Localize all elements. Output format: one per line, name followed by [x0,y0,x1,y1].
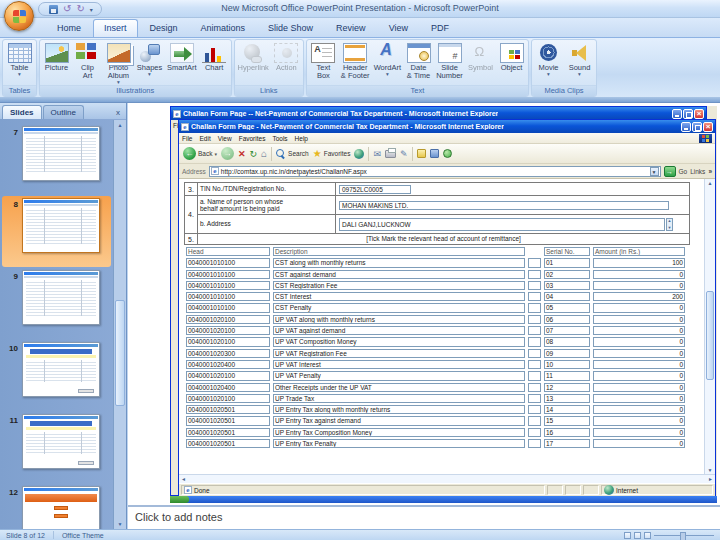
forward-button[interactable]: → [221,147,234,160]
restore-button[interactable] [683,109,693,119]
amount-input[interactable]: 0 [593,383,685,392]
tick-input[interactable] [528,258,541,267]
tin-input[interactable]: 09752LC0005 [339,185,411,194]
go-button[interactable]: → [664,166,676,177]
tick-input[interactable] [528,281,541,290]
stop-button[interactable]: ✕ [238,149,246,159]
head-code-input[interactable]: 0040001020501 [186,439,270,448]
serial-input[interactable]: 01 [544,258,590,267]
head-code-input[interactable]: 0040001020400 [186,383,270,392]
description-input[interactable]: UP VAT Penalty [273,371,525,380]
description-input[interactable]: CST Registration Fee [273,281,525,290]
messenger-button[interactable] [430,149,439,158]
links-label[interactable]: Links [690,168,705,175]
slide-thumbnail-item[interactable]: 9 [2,268,111,339]
tick-input[interactable] [528,416,541,425]
textarea-scrollbar[interactable]: ▲▼ [666,218,673,231]
serial-input[interactable]: 08 [544,337,590,346]
undo-icon[interactable]: ↺ [63,4,71,14]
serial-input[interactable]: 10 [544,360,590,369]
slide-canvas[interactable]: e Challan Form Page -- Net-Payment of Co… [128,103,720,505]
refresh-button[interactable]: ↻ [250,149,258,159]
edit-button[interactable]: ✎ [400,149,408,159]
pane-tab-slides[interactable]: Slides [2,105,42,119]
movie-button[interactable]: Movie▾ [533,41,564,77]
header-footer-button[interactable]: Header & Footer [339,41,372,80]
address-textarea[interactable]: DALI GANJ,LUCKNOW [339,218,665,231]
description-input[interactable]: UP VAT along with monthly returns [273,315,525,324]
description-input[interactable]: UP Entry Tax against demand [273,416,525,425]
wordart-button[interactable]: WordArt▾ [372,41,403,77]
description-input[interactable]: UP VAT against demand [273,326,525,335]
links-chevron-icon[interactable]: » [708,168,712,175]
back-button[interactable]: ← Back ▾ [183,147,217,160]
head-code-input[interactable]: 0040001010100 [186,258,270,267]
clip-art-button[interactable]: Clip Art [72,41,103,80]
serial-input[interactable]: 11 [544,371,590,380]
serial-input[interactable]: 05 [544,303,590,312]
head-code-input[interactable]: 0040001020300 [186,349,270,358]
head-code-input[interactable]: 0040001020100 [186,394,270,403]
tick-input[interactable] [528,292,541,301]
restore-button[interactable] [692,122,702,132]
shapes-button[interactable]: Shapes▾ [134,41,165,77]
amount-input[interactable]: 200 [593,292,685,301]
tick-input[interactable] [528,371,541,380]
tab-design[interactable]: Design [139,19,189,37]
description-input[interactable]: CST along with monthly returns [273,258,525,267]
serial-input[interactable]: 07 [544,326,590,335]
slide-thumbnail-item[interactable]: 10 [2,340,111,411]
menu-tools[interactable]: Tools [272,135,287,142]
description-input[interactable]: UP Entry Tax Penalty [273,439,525,448]
slideshow-button[interactable] [644,532,651,539]
redo-icon[interactable]: ↻ [76,4,84,14]
amount-input[interactable]: 0 [593,439,685,448]
zoom-slider[interactable] [654,535,714,536]
text-box-button[interactable]: Text Box [308,41,339,80]
address-input[interactable]: e http://comtax.up.nic.in/dnetpaytest/Ch… [209,166,661,177]
amount-input[interactable]: 0 [593,315,685,324]
mail-button[interactable]: ✉ [373,149,381,159]
print-button[interactable] [385,150,396,158]
tab-animations[interactable]: Animations [190,19,257,37]
pane-close-icon[interactable]: x [112,106,124,119]
tab-review[interactable]: Review [325,19,377,37]
menu-view[interactable]: View [218,135,232,142]
head-code-input[interactable]: 0040001020501 [186,416,270,425]
embedded-screenshot[interactable]: e Challan Form Page -- Net-Payment of Co… [170,106,717,503]
head-code-input[interactable]: 0040001010100 [186,281,270,290]
tick-input[interactable] [528,315,541,324]
tick-input[interactable] [528,439,541,448]
menu-file[interactable]: File [182,135,192,142]
start-button[interactable] [170,496,189,503]
head-code-input[interactable]: 0040001010100 [186,270,270,279]
notes-pane[interactable]: Click to add notes [128,505,720,529]
serial-input[interactable]: 13 [544,394,590,403]
serial-input[interactable]: 09 [544,349,590,358]
amount-input[interactable]: 0 [593,326,685,335]
slide-thumbnail-item[interactable]: 11 [2,412,111,483]
tick-input[interactable] [528,303,541,312]
office-button-icon[interactable] [4,1,34,31]
scrollbar-thumb[interactable] [115,300,125,406]
go-label[interactable]: Go [679,168,688,175]
serial-input[interactable]: 02 [544,270,590,279]
serial-input[interactable]: 15 [544,416,590,425]
tab-slide-show[interactable]: Slide Show [257,19,324,37]
head-code-input[interactable]: 0040001020100 [186,326,270,335]
address-dropdown-icon[interactable]: ▼ [650,167,659,176]
qat-dropdown-icon[interactable]: ▾ [90,6,93,13]
description-input[interactable]: UP VAT Composition Money [273,337,525,346]
head-code-input[interactable]: 0040001020400 [186,360,270,369]
favorites-button[interactable]: ★ Favorites [313,149,351,159]
slide-thumbnail-item[interactable]: 12 [2,484,111,529]
amount-input[interactable]: 0 [593,428,685,437]
amount-input[interactable]: 0 [593,416,685,425]
slides-pane-scrollbar[interactable] [113,120,126,529]
amount-input[interactable]: 0 [593,337,685,346]
head-code-input[interactable]: 0040001010100 [186,303,270,312]
head-code-input[interactable]: 0040001020100 [186,315,270,324]
tab-pdf[interactable]: PDF [420,19,460,37]
tick-input[interactable] [528,394,541,403]
picture-button[interactable]: Picture [41,41,72,72]
